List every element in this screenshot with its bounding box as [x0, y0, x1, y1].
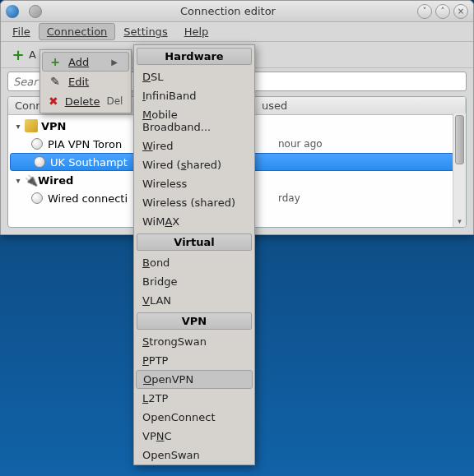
submenu-header-virtual: Virtual — [137, 233, 252, 251]
submenu-item-wireless-shared[interactable]: Wireless (shared) — [134, 193, 254, 212]
submenu-item-dsl[interactable]: DSL — [134, 67, 254, 86]
submenu-item-bridge[interactable]: Bridge — [134, 272, 254, 291]
menu-file[interactable]: File — [4, 23, 39, 40]
scroll-thumb[interactable] — [455, 115, 464, 164]
submenu-item-l2tp[interactable]: L2TP — [134, 389, 254, 408]
submenu-header-vpn: VPN — [137, 312, 252, 330]
menu-item-edit[interactable]: ✎ Edit — [42, 72, 129, 91]
submenu-item-openconnect[interactable]: OpenConnect — [134, 408, 254, 427]
submenu-item-openswan[interactable]: OpenSwan — [134, 446, 254, 464]
add-connection-submenu: Hardware DSL InfiniBand Mobile Broadband… — [133, 44, 255, 465]
connection-icon — [31, 192, 43, 204]
submenu-item-infiniband[interactable]: InfiniBand — [134, 86, 254, 105]
delete-icon: ✖ — [49, 95, 58, 108]
submenu-item-mobile-broadband[interactable]: Mobile Broadband... — [134, 105, 254, 136]
submenu-item-openvpn[interactable]: OpenVPN — [136, 370, 253, 389]
column-used[interactable]: used — [255, 97, 466, 114]
titlebar: Connection editor ˅ ˄ × — [1, 1, 473, 22]
submenu-item-wired-shared[interactable]: Wired (shared) — [134, 155, 254, 174]
wired-group-icon: 🔌 — [25, 173, 38, 187]
submenu-item-wimax[interactable]: WiMAX — [134, 212, 254, 231]
submenu-item-pptp[interactable]: PPTP — [134, 351, 254, 370]
menu-settings[interactable]: Settings — [115, 23, 175, 40]
window-title: Connection editor — [42, 5, 414, 17]
connection-menu: + Add ▶ ✎ Edit ✖ Delete Del — [40, 49, 132, 113]
menu-help[interactable]: Help — [176, 23, 217, 40]
submenu-item-vlan[interactable]: VLAN — [134, 291, 254, 310]
pencil-icon: ✎ — [49, 75, 62, 88]
connection-icon — [34, 156, 45, 168]
submenu-item-strongswan[interactable]: StrongSwan — [134, 332, 254, 351]
submenu-item-wired[interactable]: Wired — [134, 136, 254, 155]
titlebar-aux-icon[interactable] — [29, 5, 42, 18]
submenu-item-bond[interactable]: Bond — [134, 253, 254, 272]
plus-icon: + — [49, 55, 62, 68]
scrollbar[interactable]: ▾ — [453, 113, 466, 227]
menu-item-delete[interactable]: ✖ Delete Del — [42, 91, 129, 111]
submenu-item-vpnc[interactable]: VPNC — [134, 427, 254, 446]
maximize-button[interactable]: ˄ — [435, 4, 450, 19]
plus-icon: + — [11, 48, 26, 62]
submenu-header-hardware: Hardware — [137, 48, 252, 65]
chevron-down-icon[interactable]: ▾ — [12, 122, 25, 131]
connection-icon — [31, 138, 43, 150]
menu-connection[interactable]: Connection — [39, 23, 116, 40]
chevron-right-icon: ▶ — [111, 58, 118, 67]
close-button[interactable]: × — [453, 4, 468, 19]
scroll-down-icon[interactable]: ▾ — [453, 215, 466, 227]
minimize-button[interactable]: ˅ — [417, 4, 432, 19]
chevron-down-icon[interactable]: ▾ — [12, 176, 25, 185]
menubar: File Connection Settings Help — [1, 22, 473, 42]
app-icon — [6, 5, 19, 18]
toolbar-add-button[interactable]: + A — [6, 46, 41, 64]
menu-item-add[interactable]: + Add ▶ — [42, 52, 129, 72]
submenu-item-wireless[interactable]: Wireless — [134, 174, 254, 193]
vpn-group-icon — [25, 119, 38, 132]
